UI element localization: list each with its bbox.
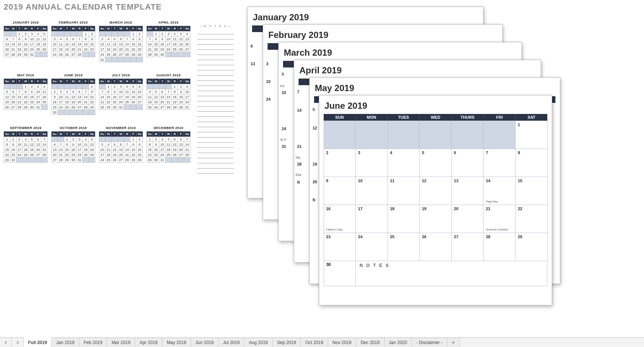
mini-day-cell: 12 — [70, 94, 76, 100]
mini-day-cell: 19 — [29, 147, 35, 152]
mini-day-cell: 3 — [35, 84, 41, 89]
mini-day-cell: 4 — [147, 89, 153, 94]
sheet-tab[interactable]: - Disclaimer - — [412, 338, 447, 347]
mini-day-cell: 2 — [70, 137, 76, 142]
mini-day-cell: 27 — [35, 152, 41, 157]
tab-scroll-left[interactable] — [0, 338, 12, 347]
mini-day-cell: 25 — [41, 100, 48, 105]
mini-day-cell: 27 — [184, 47, 190, 52]
mini-day-cell: 10 — [118, 89, 124, 94]
mini-day-cell: 8 — [130, 142, 137, 147]
mini-day-cell: 10 — [52, 42, 58, 47]
mini-day-cell: 23 — [29, 100, 35, 105]
sheet-tab[interactable]: Jun 2019 — [191, 338, 218, 347]
mini-day-cell: 10 — [58, 94, 64, 100]
mini-day-cell: 30 — [159, 52, 165, 57]
sheet-tab[interactable]: Dec 2019 — [356, 338, 384, 347]
card-title: February 2019 — [268, 30, 498, 40]
card-day-header: THURS — [452, 114, 484, 121]
edge-num: 31 — [282, 144, 286, 149]
mini-day-cell: 4 — [35, 31, 41, 37]
add-sheet-button[interactable]: + — [447, 338, 460, 347]
mini-day-cell: 25 — [64, 105, 70, 110]
mini-day-cell: 2 — [137, 31, 143, 37]
mini-month: FEBRUARY 2019SuMTWRFSa123456789101112131… — [51, 21, 95, 62]
sheet-tab-bar: Full 2019Jan 2019Feb 2019Mar 2019Apr 201… — [0, 337, 644, 347]
mini-dow-header: T — [16, 79, 23, 84]
mini-dow-header: M — [105, 132, 111, 137]
mini-dow-header: R — [124, 132, 130, 137]
mini-dow-header: Su — [99, 132, 106, 137]
june-day-cell: 2 — [324, 149, 356, 177]
mini-day-cell: 19 — [64, 47, 70, 52]
mini-day-cell: 1 — [172, 84, 178, 89]
mini-day-cell: 21 — [124, 152, 130, 157]
sheet-tab[interactable]: Full 2019 — [24, 337, 52, 347]
mini-day-cell: 27 — [10, 105, 16, 110]
mini-day-cell: 15 — [153, 42, 159, 47]
sheet-tab[interactable]: Mar 2019 — [107, 338, 135, 347]
mini-day-cell: 20 — [70, 47, 76, 52]
mini-day-cell: 5 — [130, 84, 137, 89]
note-line — [197, 163, 234, 169]
mini-day-cell: 24 — [58, 105, 64, 110]
sheet-tab[interactable]: Oct 2019 — [301, 338, 328, 347]
sheet-tab[interactable]: Jan 2020 — [385, 338, 412, 347]
mini-day-cell: 14 — [10, 42, 16, 47]
mini-day-cell: 17 — [16, 147, 23, 152]
mini-day-cell: 4 — [105, 37, 111, 42]
mini-dow-header: R — [172, 79, 178, 84]
note-line — [197, 117, 234, 122]
mini-month: JUNE 2019SuMTWRFSa1234567891011121314151… — [51, 73, 95, 115]
tab-scroll-right[interactable] — [12, 338, 24, 347]
sheet-tab[interactable]: Aug 2019 — [244, 338, 272, 347]
mini-dow-header: F — [178, 79, 184, 84]
mini-day-cell — [16, 84, 23, 89]
mini-day-cell — [70, 84, 76, 89]
june-day-cell — [355, 121, 388, 149]
mini-dow-header: F — [83, 26, 89, 31]
mini-day-cell: 19 — [172, 147, 178, 152]
mini-dow-header: Sa — [137, 79, 143, 84]
edge-num: 3 — [266, 62, 268, 66]
mini-dow-header: F — [130, 79, 137, 84]
mini-day-cell: 15 — [23, 94, 29, 100]
mini-month: AUGUST 2019SuMTWRFSa12345678910111213141… — [147, 73, 190, 115]
mini-day-cell: 31 — [118, 105, 124, 110]
mini-day-cell: 17 — [99, 152, 106, 157]
sheet-tab[interactable]: Nov 2019 — [328, 338, 356, 347]
mini-day-cell: 13 — [70, 42, 76, 47]
mini-dow-header: R — [29, 79, 35, 84]
mini-day-cell: 14 — [165, 94, 172, 100]
mini-dow-header: T — [111, 26, 118, 31]
sheet-tab[interactable]: May 2019 — [162, 338, 191, 347]
mini-day-cell: 11 — [83, 142, 89, 147]
note-line — [197, 132, 234, 138]
june-day-cell: 28 — [483, 233, 516, 261]
mini-day-cell: 8 — [89, 89, 95, 94]
sheet-tab[interactable]: Sep 2019 — [273, 338, 301, 347]
edge-label: St P — [280, 138, 286, 142]
mini-day-cell: 14 — [147, 42, 153, 47]
mini-day-cell: 6 — [4, 37, 10, 42]
mini-day-cell: 13 — [118, 42, 124, 47]
mini-day-cell: 22 — [130, 47, 137, 52]
mini-day-cell: 15 — [105, 94, 111, 100]
sheet-tab[interactable]: Jan 2019 — [52, 338, 79, 347]
note-line — [197, 101, 234, 107]
mini-day-cell: 27 — [159, 105, 165, 110]
mini-day-cell: 5 — [172, 137, 178, 142]
mini-day-cell: 21 — [165, 100, 172, 105]
sheet-tab[interactable]: Feb 2019 — [79, 338, 107, 347]
mini-day-cell: 23 — [52, 105, 58, 110]
mini-day-cell: 17 — [35, 94, 41, 100]
mini-dow-header: T — [159, 79, 165, 84]
mini-day-cell: 30 — [29, 105, 35, 110]
mini-month: JANUARY 2019SuMTWRFSa1234567891011121314… — [4, 21, 48, 62]
june-day-cell: 5 — [419, 149, 452, 177]
sheet-tab[interactable]: Jul 2019 — [218, 338, 244, 347]
mini-day-cell: 30 — [137, 52, 143, 57]
sheet-tab[interactable]: Apr 2019 — [135, 338, 162, 347]
mini-dow-header: Sa — [137, 132, 143, 137]
mini-day-cell: 27 — [76, 105, 83, 110]
